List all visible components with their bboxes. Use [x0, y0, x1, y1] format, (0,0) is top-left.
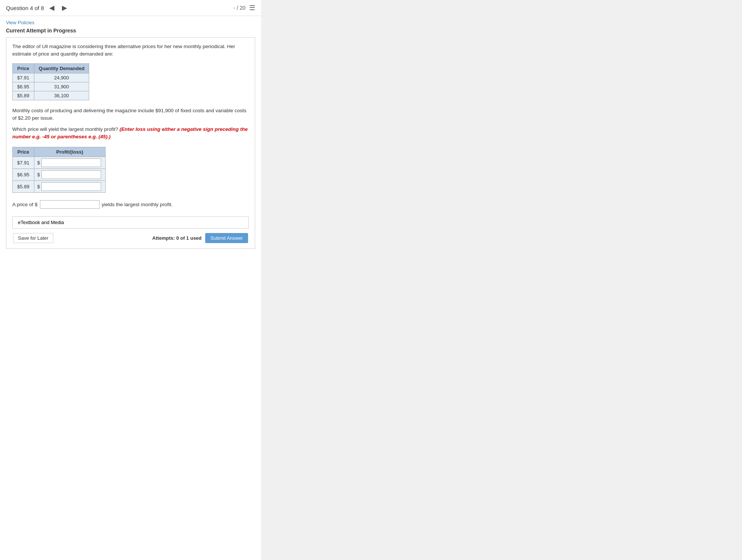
profit-row-791: $7.91 $	[13, 157, 106, 169]
table-row: $5.89 36,100	[13, 91, 89, 100]
footer-bar: Save for Later Attempts: 0 of 1 used Sub…	[12, 233, 249, 243]
qty-cell: 36,100	[34, 91, 89, 100]
profit-price-695: $6.95	[13, 169, 34, 180]
view-policies-link[interactable]: View Policies	[6, 20, 255, 25]
save-later-button[interactable]: Save for Later	[13, 233, 53, 243]
footer-right: Attempts: 0 of 1 used Submit Answer	[152, 233, 248, 243]
price-cell: $7.91	[13, 73, 34, 82]
price-of-input[interactable]	[40, 200, 100, 209]
profit-input-791[interactable]	[41, 158, 101, 167]
list-icon[interactable]: ☰	[249, 4, 255, 12]
etextbook-button[interactable]: eTextbook and Media	[12, 216, 249, 229]
qty-cell: 31,900	[34, 82, 89, 91]
next-button[interactable]: ▶	[60, 4, 69, 12]
profit-input-589[interactable]	[41, 182, 101, 191]
intro-text: The editor of Uli magazine is considerin…	[12, 43, 249, 58]
header-left: Question 4 of 8 ◀ ▶	[6, 4, 69, 12]
data-table-header-qty: Quantity Demanded	[34, 63, 89, 73]
price-cell: $5.89	[13, 91, 34, 100]
question-prompt: Which price will yield the largest month…	[12, 126, 249, 141]
data-table-header-price: Price	[13, 63, 34, 73]
dollar-sign-695: $	[37, 172, 40, 177]
price-of-prefix: A price of $	[12, 202, 38, 207]
prompt-text: Which price will yield the largest month…	[12, 126, 118, 132]
header-bar: Question 4 of 8 ◀ ▶ - / 20 ☰	[0, 0, 261, 16]
table-row: $7.91 24,900	[13, 73, 89, 82]
profit-input-695[interactable]	[41, 170, 101, 179]
profit-table-header-profit: Profit/(loss)	[34, 147, 105, 157]
dollar-sign-791: $	[37, 160, 40, 166]
profit-input-cell-589: $	[34, 180, 105, 192]
magazine-name: Uli	[42, 44, 48, 49]
profit-input-cell-695: $	[34, 169, 105, 180]
header-right: - / 20 ☰	[234, 4, 255, 12]
attempt-label: Current Attempt in Progress	[6, 28, 255, 34]
question-label: Question 4 of 8	[6, 5, 44, 11]
content-area: View Policies Current Attempt in Progres…	[0, 16, 261, 256]
price-of-suffix: yields the largest monthly profit.	[102, 202, 173, 207]
qty-cell: 24,900	[34, 73, 89, 82]
dollar-sign-589: $	[37, 184, 40, 189]
attempts-text: Attempts: 0 of 1 used	[152, 235, 201, 241]
body-text: Monthly costs of producing and deliverin…	[12, 107, 249, 122]
profit-table: Price Profit/(loss) $7.91 $	[12, 147, 106, 193]
question-block: The editor of Uli magazine is considerin…	[6, 37, 255, 249]
table-row: $6.95 31,900	[13, 82, 89, 91]
profit-input-cell-791: $	[34, 157, 105, 169]
data-table: Price Quantity Demanded $7.91 24,900 $6.…	[12, 63, 89, 100]
intro-prefix: The editor of	[12, 44, 42, 49]
profit-price-589: $5.89	[13, 180, 34, 192]
profit-row-589: $5.89 $	[13, 180, 106, 192]
prev-button[interactable]: ◀	[47, 4, 57, 12]
price-cell: $6.95	[13, 82, 34, 91]
profit-row-695: $6.95 $	[13, 169, 106, 180]
price-of-section: A price of $ yields the largest monthly …	[12, 200, 249, 209]
submit-button[interactable]: Submit Answer	[205, 233, 248, 243]
page-indicator: - / 20	[234, 5, 245, 11]
profit-table-header-price: Price	[13, 147, 34, 157]
profit-price-791: $7.91	[13, 157, 34, 169]
